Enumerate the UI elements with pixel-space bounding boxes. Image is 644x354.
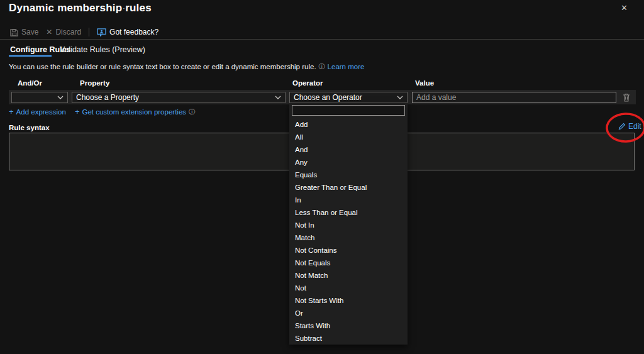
operator-option-not-contains[interactable]: Not Contains xyxy=(289,244,408,257)
learn-more-link[interactable]: Learn more xyxy=(328,63,365,70)
toolbar-divider xyxy=(0,39,644,40)
column-header-and-or: And/Or xyxy=(18,79,42,87)
operator-option-list: Add All And Any Equals Greater Than or E… xyxy=(289,118,408,345)
more-options-icon[interactable]: ··· xyxy=(116,3,126,13)
value-input[interactable] xyxy=(412,92,616,103)
operator-dropdown-panel: Add All And Any Equals Greater Than or E… xyxy=(289,103,408,345)
operator-option-equals[interactable]: Equals xyxy=(289,169,408,181)
save-button[interactable]: Save xyxy=(10,28,38,36)
operator-filter-input[interactable] xyxy=(292,105,405,116)
discard-button[interactable]: ✕ Discard xyxy=(46,28,81,36)
operator-option-or[interactable]: Or xyxy=(289,307,408,319)
operator-option-match[interactable]: Match xyxy=(289,231,408,244)
feedback-label: Got feedback? xyxy=(109,28,158,36)
operator-option-all[interactable]: All xyxy=(289,131,408,143)
save-label: Save xyxy=(21,28,38,36)
add-expression-label: Add expression xyxy=(16,108,66,116)
operator-option-not-in[interactable]: Not In xyxy=(289,219,408,231)
feedback-icon xyxy=(97,28,106,36)
operator-option-not[interactable]: Not xyxy=(289,282,408,294)
page-title: Dynamic membership rules xyxy=(9,2,152,14)
discard-x-icon: ✕ xyxy=(46,28,52,36)
feedback-button[interactable]: Got feedback? xyxy=(97,28,158,36)
delete-row-button[interactable] xyxy=(620,92,633,103)
operator-option-not-match[interactable]: Not Match xyxy=(289,269,408,282)
edit-button[interactable]: Edit xyxy=(618,122,641,131)
toolbar-separator xyxy=(89,28,89,36)
operator-option-not-starts-with[interactable]: Not Starts With xyxy=(289,294,408,307)
operator-option-any[interactable]: Any xyxy=(289,156,408,169)
operator-option-add[interactable]: Add xyxy=(289,118,408,131)
command-bar: Save ✕ Discard Got feedback? xyxy=(10,26,158,38)
discard-label: Discard xyxy=(55,28,81,36)
and-or-select[interactable] xyxy=(11,92,68,103)
edit-label: Edit xyxy=(628,122,641,131)
operator-option-and[interactable]: And xyxy=(289,143,408,156)
plus-icon: + xyxy=(75,107,80,116)
property-select-value: Choose a Property xyxy=(76,93,139,102)
operator-option-not-equals[interactable]: Not Equals xyxy=(289,257,408,269)
column-header-value: Value xyxy=(415,79,434,87)
operator-option-starts-with[interactable]: Starts With xyxy=(289,319,408,332)
get-custom-extension-label: Get custom extension properties xyxy=(82,108,186,116)
chevron-down-icon xyxy=(57,96,64,99)
trash-icon xyxy=(623,93,630,102)
description: You can use the rule builder or rule syn… xyxy=(9,62,364,71)
operator-option-less-or-equal[interactable]: Less Than or Equal xyxy=(289,206,408,219)
add-expression-link[interactable]: + Add expression xyxy=(9,107,66,116)
chevron-down-icon xyxy=(275,96,281,99)
operator-select[interactable]: Choose an Operator xyxy=(289,92,408,103)
rule-syntax-label: Rule syntax xyxy=(9,124,50,131)
operator-select-value: Choose an Operator xyxy=(294,93,362,102)
tab-validate-rules[interactable]: Validate Rules (Preview) xyxy=(60,45,145,54)
column-header-property: Property xyxy=(80,79,109,87)
operator-option-in[interactable]: In xyxy=(289,194,408,206)
property-select[interactable]: Choose a Property xyxy=(72,92,286,103)
plus-icon: + xyxy=(9,107,14,116)
builder-links: + Add expression + Get custom extension … xyxy=(9,107,195,116)
get-custom-extension-link[interactable]: + Get custom extension properties ⓘ xyxy=(75,107,195,116)
dynamic-membership-rules-blade: Dynamic membership rules ··· ✕ Save ✕ Di… xyxy=(0,0,644,354)
save-icon xyxy=(10,28,18,36)
column-header-operator: Operator xyxy=(292,79,323,87)
info-icon[interactable]: ⓘ xyxy=(319,62,325,71)
active-tab-underline xyxy=(9,55,52,57)
description-text: You can use the rule builder or rule syn… xyxy=(9,63,316,70)
operator-option-subtract[interactable]: Subtract xyxy=(289,332,408,345)
info-icon[interactable]: ⓘ xyxy=(189,108,195,116)
pencil-icon xyxy=(618,123,626,130)
chevron-down-icon xyxy=(397,96,403,99)
operator-option-greater-or-equal[interactable]: Greater Than or Equal xyxy=(289,181,408,194)
close-icon[interactable]: ✕ xyxy=(621,3,628,13)
